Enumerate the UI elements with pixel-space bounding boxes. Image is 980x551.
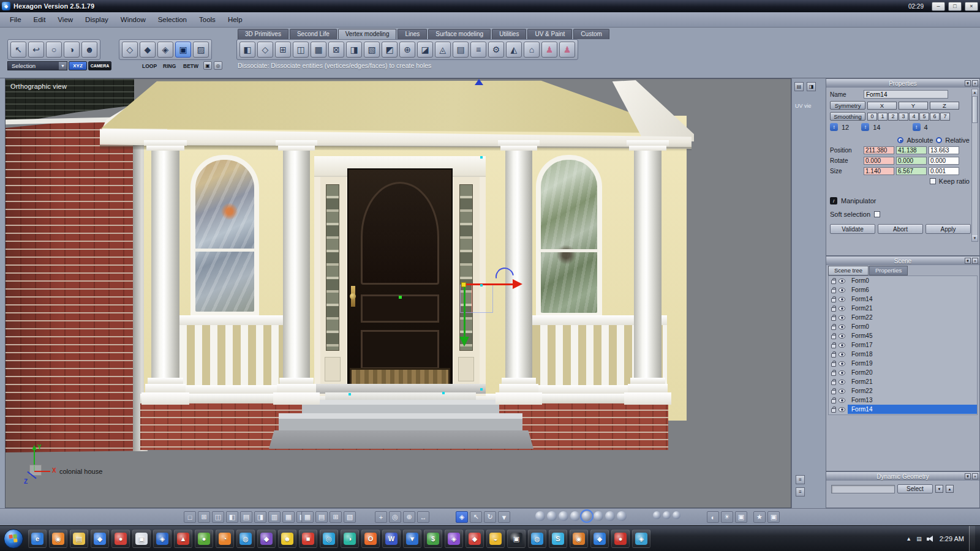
selection-mode-cube-icon[interactable]: ◈ — [157, 42, 173, 58]
vertex-tool-icon[interactable]: ◩ — [382, 42, 398, 58]
visibility-eye-icon[interactable] — [839, 279, 845, 283]
vertex-tool-icon[interactable]: ▦ — [311, 42, 326, 58]
gizmo-center-handle[interactable] — [461, 282, 466, 287]
smoothing-level-button[interactable]: 4 — [909, 113, 919, 121]
tab[interactable]: Second Life — [290, 29, 337, 39]
taskbar-app-icon[interactable]: ◆ — [257, 530, 276, 548]
viewport-3d[interactable]: Y X Z colonial house Orthographic view — [5, 78, 791, 508]
shading-sphere-icon[interactable] — [594, 511, 603, 521]
scroll-down-icon[interactable]: ▼ — [972, 235, 978, 241]
menu-item[interactable]: File — [4, 12, 28, 28]
visibility-eye-icon[interactable] — [839, 370, 845, 375]
camera-nav-icon[interactable]: ◈ — [456, 511, 468, 523]
scene-item-label[interactable]: Form14 — [848, 405, 977, 414]
taskbar-app-icon[interactable]: ▣ — [132, 530, 151, 548]
symmetry-x-button[interactable]: X — [867, 102, 897, 110]
taskbar-app-icon[interactable]: ◍ — [236, 530, 255, 548]
scene-item-label[interactable]: Form0 — [848, 276, 977, 285]
lock-icon[interactable] — [831, 399, 836, 403]
step-up-icon[interactable]: ▲ — [946, 485, 954, 493]
tab[interactable]: Custom — [573, 29, 609, 39]
taskbar-app-icon[interactable]: ◈ — [153, 530, 172, 548]
menu-item[interactable]: Help — [222, 12, 249, 28]
spinner-icon[interactable]: ↕ — [830, 123, 838, 131]
vertex-tool-icon[interactable]: ◇ — [257, 42, 273, 58]
scene-tree-item[interactable]: Form0 — [829, 276, 977, 285]
visibility-eye-icon[interactable] — [839, 389, 845, 394]
selection-tool-icon[interactable]: ☻ — [81, 42, 97, 58]
close-button[interactable]: × — [965, 2, 978, 11]
abort-button[interactable]: Abort — [878, 224, 923, 234]
uv-grid-icon[interactable]: ▧ — [344, 511, 356, 523]
scrollbar-thumb[interactable] — [972, 96, 978, 123]
scene-tree-item[interactable]: Form0 — [829, 322, 977, 331]
selection-vertex-tick[interactable] — [480, 388, 483, 391]
visibility-eye-icon[interactable] — [839, 343, 845, 348]
gizmo-y-arrowhead[interactable] — [459, 337, 469, 347]
shading-sphere-icon[interactable] — [605, 511, 615, 521]
selection-tool-icon[interactable]: ↖ — [10, 42, 26, 58]
viewport-layout-icon[interactable]: ▤ — [240, 511, 252, 523]
step-down-icon[interactable]: ▼ — [935, 485, 943, 493]
properties-scrollbar[interactable]: ▲ ▼ — [971, 89, 978, 242]
render-icon[interactable]: ★ — [753, 511, 766, 523]
lock-icon[interactable] — [831, 307, 836, 312]
collapse-icon[interactable]: ▼ — [965, 473, 971, 479]
scene-item-label[interactable]: Form14 — [848, 294, 977, 304]
close-panel-icon[interactable]: × — [972, 473, 978, 479]
vertex-tool-icon[interactable]: ⊠ — [328, 42, 344, 58]
smoothing-level-button[interactable]: 0 — [867, 113, 877, 121]
validate-button[interactable]: Validate — [830, 224, 875, 234]
visibility-eye-icon[interactable] — [839, 361, 845, 366]
selection-tool-icon[interactable]: ↩ — [28, 42, 44, 58]
lighting-icon[interactable]: ☀ — [721, 511, 733, 523]
range-value[interactable]: 12 — [842, 124, 849, 131]
x-value-field[interactable]: 1.140 — [864, 167, 894, 175]
menu-item[interactable]: Tools — [193, 12, 222, 28]
viewport-layout-icon[interactable]: ▦ — [282, 511, 295, 523]
taskbar-app-icon[interactable]: ● — [111, 530, 130, 548]
tab-scene-tree[interactable]: Scene tree — [828, 266, 869, 276]
vertex-tool-icon[interactable]: ◪ — [417, 42, 433, 58]
camera-nav-icon[interactable]: ▼ — [498, 511, 510, 523]
smoothing-button[interactable]: Smoothing — [830, 112, 865, 121]
y-value-field[interactable]: 41.138 — [896, 146, 927, 154]
visibility-eye-icon[interactable] — [839, 352, 845, 357]
loop-label[interactable]: LOOP — [142, 63, 157, 69]
soft-selection-checkbox[interactable] — [874, 211, 880, 217]
vertex-tool-icon[interactable]: ⌂ — [524, 42, 540, 58]
selection-vertex-tick[interactable] — [480, 156, 483, 159]
spinner-icon[interactable]: ↕ — [913, 123, 921, 131]
volume-icon[interactable] — [927, 536, 935, 542]
shading-sphere-icon[interactable] — [535, 511, 545, 521]
lock-icon[interactable] — [831, 335, 836, 339]
visibility-eye-icon[interactable] — [839, 398, 845, 403]
taskbar-app-icon[interactable]: W — [382, 530, 401, 548]
lock-icon[interactable] — [831, 317, 836, 321]
shading-sphere-icon[interactable] — [617, 511, 627, 521]
scene-item-label[interactable]: Form22 — [848, 313, 977, 322]
menu-item[interactable]: Display — [79, 12, 115, 28]
taskbar-app-icon[interactable]: e — [28, 530, 47, 548]
camera-toggle-button[interactable]: CAMERA — [88, 61, 111, 70]
vertex-tool-icon[interactable]: ⊞ — [275, 42, 291, 58]
taskbar-app-icon[interactable]: ◔ — [216, 530, 234, 548]
scene-tree-item[interactable]: Form18 — [829, 350, 977, 359]
taskbar-app-icon[interactable]: ◑ — [341, 530, 359, 548]
start-button[interactable] — [4, 529, 23, 549]
scene-item-label[interactable]: Form21 — [848, 377, 977, 386]
uv-grid-icon[interactable]: ⊞ — [330, 511, 342, 523]
scene-tree-item[interactable]: Form20 — [829, 368, 977, 377]
vertex-tool-icon[interactable]: ◨ — [346, 42, 362, 58]
scene-panel-header[interactable]: Scene ▼ × — [826, 257, 979, 265]
selection-tool-icon[interactable]: ◑ — [64, 42, 80, 58]
scene-item-label[interactable]: Form18 — [848, 350, 977, 359]
scene-tree-item[interactable]: Form22 — [829, 386, 977, 395]
taskbar-app-icon[interactable]: ▲ — [174, 530, 192, 548]
tab[interactable]: Surface modeling — [428, 29, 491, 39]
menu-item[interactable]: Selection — [152, 12, 193, 28]
menu-item[interactable]: Window — [115, 12, 152, 28]
show-hidden-icons[interactable]: ▲ — [906, 536, 911, 542]
taskbar-app-icon[interactable]: ▼ — [403, 530, 421, 548]
viewport-layout-icon[interactable]: ◨ — [254, 511, 266, 523]
